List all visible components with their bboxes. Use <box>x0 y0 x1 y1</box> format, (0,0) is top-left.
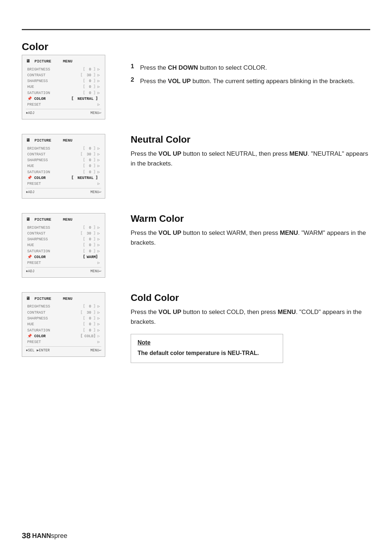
preset-label-1: PRESET <box>27 102 56 107</box>
brightness-label: BRIGHTNESS <box>27 66 56 72</box>
row-color-1: 📌 COLOR 〖 NEUTRAL 〗 <box>26 96 101 102</box>
menu-header-menu-cold: MENU <box>63 296 72 302</box>
footer-left-1: ♦ADJ <box>26 110 34 116</box>
row-brightness-3: BRIGHTNESS 〖 0 〗▷ <box>26 225 101 230</box>
row-brightness-4: BRIGHTNESS 〖 0 〗▷ <box>26 303 101 309</box>
row-preset-2: PRESET ▷ <box>26 181 101 187</box>
footer-left-3: ♦ADJ <box>26 269 34 274</box>
sharpness-label-4: SHARPNESS <box>27 315 56 321</box>
picture-icon-warm: 🖥 <box>26 216 30 223</box>
contrast-value-2: 〖 30 〗▷ <box>80 151 100 157</box>
hue-label: HUE <box>27 84 56 90</box>
menu-footer-1: ♦ADJ MENU↩ <box>26 109 101 116</box>
hue-value-3: 〖 0 〗▷ <box>83 242 100 248</box>
contrast-label-2: CONTRAST <box>27 151 56 157</box>
hue-value: 〖 0 〗▷ <box>83 84 100 90</box>
saturation-value-3: 〖 0 〗▷ <box>83 248 100 254</box>
menu-header-picture-warm: PICTURE <box>34 217 51 223</box>
row-saturation-3: SATURATION 〖 0 〗▷ <box>26 248 101 254</box>
right-col-cold: Cold Color Press the VOL UP button to se… <box>131 292 370 363</box>
cold-instruction: Press the VOL UP button to select COLD, … <box>131 307 370 327</box>
hue-label-2: HUE <box>27 163 56 169</box>
step-text-2: Press the VOL UP button. The current set… <box>140 76 355 86</box>
menu-box-cold: 🖥 PICTURE MENU BRIGHTNESS 〖 0 〗▷ CONTRAS… <box>22 292 105 357</box>
color-value-2: 〖 NEUTRAL 〗 <box>71 175 100 181</box>
saturation-value-2: 〖 0 〗▷ <box>83 169 100 175</box>
menu-footer-3: ♦ADJ MENU↩ <box>26 267 101 274</box>
section-title-cold: Cold Color <box>131 292 370 303</box>
right-col-neutral: Neutral Color Press the VOL UP button to… <box>131 134 370 199</box>
picture-icon-cold: 🖥 <box>26 295 30 302</box>
brightness-value: 〖 0 〗▷ <box>83 66 100 72</box>
menu-box-color: 🖥 PICTURE MENU BRIGHTNESS 〖 0 〗▷ CONTRAS… <box>22 55 105 119</box>
row-color-3: 📌 COLOR 〖WARM〗 <box>26 254 101 260</box>
color-value-1: 〖 NEUTRAL 〗 <box>71 96 100 102</box>
page-number: 38 <box>22 531 30 540</box>
brightness-label-3: BRIGHTNESS <box>27 225 56 230</box>
color-label-4: 📌 COLOR <box>27 333 56 339</box>
row-contrast-3: CONTRAST 〖 30 〗▷ <box>26 230 101 236</box>
section-title-color: Color <box>22 41 116 53</box>
row-sharpness-1: SHARPNESS 〖 0 〗▷ <box>26 78 101 84</box>
row-saturation-1: SATURATION 〖 0 〗▷ <box>26 90 101 96</box>
saturation-value: 〖 0 〗▷ <box>83 90 100 96</box>
menu-footer-4: ♦SEL ▶ENTER MENU↩ <box>26 346 101 354</box>
note-box: Note The default color temperature is NE… <box>131 334 283 363</box>
row-color-4: 📌 COLOR 〖COLD〗▷ <box>26 333 101 339</box>
brand-upper: HANN <box>32 532 51 539</box>
menu-header-color: 🖥 PICTURE MENU <box>26 58 101 65</box>
step-num-2: 2 <box>131 76 137 86</box>
row-hue-4: HUE 〖 0 〗▷ <box>26 321 101 327</box>
preset-value-2: ▷ <box>98 181 100 187</box>
hue-label-4: HUE <box>27 321 56 327</box>
row-sharpness-2: SHARPNESS 〖 0 〗▷ <box>26 157 101 163</box>
menu-header-menu: MENU <box>63 58 72 65</box>
menu-header-warm: 🖥 PICTURE MENU <box>26 216 101 223</box>
section-cold: 🖥 PICTURE MENU BRIGHTNESS 〖 0 〗▷ CONTRAS… <box>22 292 370 363</box>
menu-box-warm: 🖥 PICTURE MENU BRIGHTNESS 〖 0 〗▷ CONTRAS… <box>22 213 105 278</box>
color-value-3: 〖WARM〗 <box>83 254 100 260</box>
contrast-value: 〖 30 〗▷ <box>80 72 100 78</box>
color-label-1: 📌 COLOR <box>27 96 56 102</box>
brightness-label-4: BRIGHTNESS <box>27 303 56 309</box>
preset-value-3: ▷ <box>98 260 100 266</box>
section-warm: 🖥 PICTURE MENU BRIGHTNESS 〖 0 〗▷ CONTRAS… <box>22 213 370 278</box>
contrast-label-4: CONTRAST <box>27 310 56 315</box>
row-hue-2: HUE 〖 0 〗▷ <box>26 163 101 169</box>
sharpness-value-2: 〖 0 〗▷ <box>83 157 100 163</box>
preset-value-1: ▷ <box>98 102 100 107</box>
footer-right-4: MENU↩ <box>90 348 101 354</box>
picture-icon-neutral: 🖥 <box>26 137 30 144</box>
row-preset-3: PRESET ▷ <box>26 260 101 266</box>
row-sharpness-3: SHARPNESS 〖 0 〗▷ <box>26 236 101 242</box>
menu-header-neutral: 🖥 PICTURE MENU <box>26 137 101 144</box>
left-col-warm: 🖥 PICTURE MENU BRIGHTNESS 〖 0 〗▷ CONTRAS… <box>22 213 116 278</box>
warm-instruction: Press the VOL UP button to select WARM, … <box>131 228 370 248</box>
hue-value-4: 〖 0 〗▷ <box>83 321 100 327</box>
hue-label-3: HUE <box>27 242 56 248</box>
left-col-color: Color 🖥 PICTURE MENU BRIGHTNESS 〖 0 〗▷ C… <box>22 41 116 119</box>
brand: HANNspree <box>32 532 67 540</box>
contrast-label-3: CONTRAST <box>27 230 56 236</box>
saturation-label-4: SATURATION <box>27 327 56 333</box>
brightness-value-3: 〖 0 〗▷ <box>83 225 100 230</box>
row-brightness-2: BRIGHTNESS 〖 0 〗▷ <box>26 146 101 151</box>
menu-header-picture: PICTURE <box>34 58 51 65</box>
menu-header-menu-neutral: MENU <box>63 138 72 144</box>
menu-box-neutral: 🖥 PICTURE MENU BRIGHTNESS 〖 0 〗▷ CONTRAS… <box>22 134 105 199</box>
right-col-warm: Warm Color Press the VOL UP button to se… <box>131 213 370 278</box>
saturation-label: SATURATION <box>27 90 56 96</box>
row-contrast-1: CONTRAST 〖 30 〗▷ <box>26 72 101 78</box>
saturation-value-4: 〖 0 〗▷ <box>83 327 100 333</box>
brightness-value-2: 〖 0 〗▷ <box>83 146 100 151</box>
menu-footer-2: ♦ADJ MENU↩ <box>26 188 101 195</box>
menu-header-picture-neutral: PICTURE <box>34 138 51 144</box>
brand-lower: spree <box>51 532 67 539</box>
row-preset-1: PRESET ▷ <box>26 102 101 107</box>
brightness-label-2: BRIGHTNESS <box>27 146 56 151</box>
step-text-1: Press the CH DOWN button to select COLOR… <box>140 63 267 73</box>
right-col-color: 1 Press the CH DOWN button to select COL… <box>131 41 370 119</box>
preset-value-4: ▷ <box>98 339 100 345</box>
section-title-warm: Warm Color <box>131 213 370 224</box>
menu-header-menu-warm: MENU <box>63 217 72 223</box>
